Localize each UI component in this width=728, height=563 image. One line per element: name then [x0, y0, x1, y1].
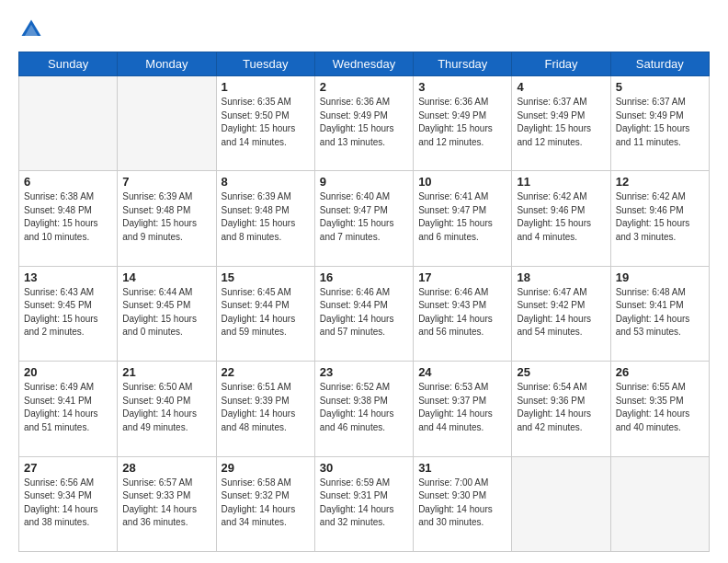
logo — [18, 17, 48, 42]
day-number: 8 — [222, 175, 310, 189]
calendar-day-header: Friday — [512, 52, 610, 76]
calendar-cell — [512, 456, 610, 551]
calendar-cell: 21Sunrise: 6:50 AMSunset: 9:40 PMDayligh… — [118, 362, 216, 456]
day-number: 17 — [418, 270, 506, 284]
day-number: 13 — [24, 270, 112, 284]
calendar-cell: 18Sunrise: 6:47 AMSunset: 9:42 PMDayligh… — [512, 266, 610, 361]
calendar-cell: 13Sunrise: 6:43 AMSunset: 9:45 PMDayligh… — [19, 266, 118, 361]
calendar-cell: 29Sunrise: 6:58 AMSunset: 9:32 PMDayligh… — [216, 456, 314, 551]
calendar-cell: 16Sunrise: 6:46 AMSunset: 9:44 PMDayligh… — [314, 266, 413, 361]
day-detail: Sunrise: 6:51 AMSunset: 9:39 PMDaylight:… — [222, 381, 310, 434]
calendar-cell: 24Sunrise: 6:53 AMSunset: 9:37 PMDayligh… — [414, 362, 512, 456]
day-number: 25 — [517, 365, 605, 379]
calendar-cell: 25Sunrise: 6:54 AMSunset: 9:36 PMDayligh… — [512, 362, 610, 456]
day-detail: Sunrise: 6:48 AMSunset: 9:41 PMDaylight:… — [616, 286, 704, 339]
day-detail: Sunrise: 6:36 AMSunset: 9:49 PMDaylight:… — [320, 96, 408, 149]
day-detail: Sunrise: 6:36 AMSunset: 9:49 PMDaylight:… — [418, 96, 506, 149]
day-number: 28 — [122, 461, 210, 475]
day-detail: Sunrise: 6:41 AMSunset: 9:47 PMDaylight:… — [418, 190, 506, 244]
day-detail: Sunrise: 6:40 AMSunset: 9:47 PMDaylight:… — [320, 190, 408, 244]
logo-icon — [18, 17, 44, 42]
calendar-cell: 22Sunrise: 6:51 AMSunset: 9:39 PMDayligh… — [216, 362, 314, 456]
day-number: 11 — [517, 175, 605, 189]
day-number: 2 — [320, 80, 408, 94]
day-number: 12 — [616, 175, 704, 189]
day-number: 22 — [222, 365, 310, 379]
day-number: 5 — [616, 80, 704, 94]
calendar-table: SundayMondayTuesdayWednesdayThursdayFrid… — [18, 52, 710, 552]
calendar-cell: 23Sunrise: 6:52 AMSunset: 9:38 PMDayligh… — [314, 362, 413, 456]
day-number: 24 — [418, 365, 506, 379]
day-detail: Sunrise: 6:58 AMSunset: 9:32 PMDaylight:… — [222, 477, 310, 530]
day-number: 20 — [24, 365, 112, 379]
day-detail: Sunrise: 6:55 AMSunset: 9:35 PMDaylight:… — [616, 381, 704, 434]
day-detail: Sunrise: 7:00 AMSunset: 9:30 PMDaylight:… — [418, 477, 506, 530]
day-number: 19 — [616, 270, 704, 284]
calendar-cell: 2Sunrise: 6:36 AMSunset: 9:49 PMDaylight… — [314, 76, 413, 171]
day-detail: Sunrise: 6:39 AMSunset: 9:48 PMDaylight:… — [222, 190, 310, 244]
day-detail: Sunrise: 6:50 AMSunset: 9:40 PMDaylight:… — [122, 381, 210, 434]
calendar-cell: 31Sunrise: 7:00 AMSunset: 9:30 PMDayligh… — [414, 456, 512, 551]
day-number: 9 — [320, 175, 408, 189]
calendar-cell: 8Sunrise: 6:39 AMSunset: 9:48 PMDaylight… — [216, 171, 314, 266]
day-number: 15 — [222, 270, 310, 284]
calendar-cell: 28Sunrise: 6:57 AMSunset: 9:33 PMDayligh… — [118, 456, 216, 551]
day-detail: Sunrise: 6:59 AMSunset: 9:31 PMDaylight:… — [320, 477, 408, 530]
day-number: 7 — [122, 175, 210, 189]
calendar-cell: 1Sunrise: 6:35 AMSunset: 9:50 PMDaylight… — [216, 76, 314, 171]
calendar-day-header: Monday — [118, 52, 216, 76]
day-detail: Sunrise: 6:46 AMSunset: 9:43 PMDaylight:… — [418, 286, 506, 339]
day-number: 23 — [320, 365, 408, 379]
day-detail: Sunrise: 6:56 AMSunset: 9:34 PMDaylight:… — [24, 477, 112, 530]
day-number: 27 — [24, 461, 112, 475]
day-detail: Sunrise: 6:35 AMSunset: 9:50 PMDaylight:… — [222, 96, 310, 149]
day-detail: Sunrise: 6:53 AMSunset: 9:37 PMDaylight:… — [418, 381, 506, 434]
calendar-cell: 9Sunrise: 6:40 AMSunset: 9:47 PMDaylight… — [314, 171, 413, 266]
calendar-cell: 30Sunrise: 6:59 AMSunset: 9:31 PMDayligh… — [314, 456, 413, 551]
day-number: 14 — [122, 270, 210, 284]
calendar-week-row: 13Sunrise: 6:43 AMSunset: 9:45 PMDayligh… — [19, 266, 710, 361]
calendar-cell: 19Sunrise: 6:48 AMSunset: 9:41 PMDayligh… — [610, 266, 709, 361]
day-detail: Sunrise: 6:52 AMSunset: 9:38 PMDaylight:… — [320, 381, 408, 434]
calendar-cell: 12Sunrise: 6:42 AMSunset: 9:46 PMDayligh… — [610, 171, 709, 266]
day-number: 29 — [222, 461, 310, 475]
calendar-cell: 10Sunrise: 6:41 AMSunset: 9:47 PMDayligh… — [414, 171, 512, 266]
calendar-cell: 20Sunrise: 6:49 AMSunset: 9:41 PMDayligh… — [19, 362, 118, 456]
calendar-cell: 27Sunrise: 6:56 AMSunset: 9:34 PMDayligh… — [19, 456, 118, 551]
day-number: 18 — [517, 270, 605, 284]
day-number: 30 — [320, 461, 408, 475]
calendar-cell: 14Sunrise: 6:44 AMSunset: 9:45 PMDayligh… — [118, 266, 216, 361]
day-number: 3 — [418, 80, 506, 94]
day-detail: Sunrise: 6:54 AMSunset: 9:36 PMDaylight:… — [517, 381, 605, 434]
day-number: 10 — [418, 175, 506, 189]
calendar-cell: 5Sunrise: 6:37 AMSunset: 9:49 PMDaylight… — [610, 76, 709, 171]
calendar-header-row: SundayMondayTuesdayWednesdayThursdayFrid… — [19, 52, 710, 76]
day-detail: Sunrise: 6:47 AMSunset: 9:42 PMDaylight:… — [517, 286, 605, 339]
day-number: 16 — [320, 270, 408, 284]
day-number: 26 — [616, 365, 704, 379]
day-detail: Sunrise: 6:37 AMSunset: 9:49 PMDaylight:… — [616, 96, 704, 149]
calendar-day-header: Tuesday — [216, 52, 314, 76]
day-number: 1 — [222, 80, 310, 94]
calendar-cell: 26Sunrise: 6:55 AMSunset: 9:35 PMDayligh… — [610, 362, 709, 456]
calendar-cell: 3Sunrise: 6:36 AMSunset: 9:49 PMDaylight… — [414, 76, 512, 171]
day-number: 31 — [418, 461, 506, 475]
day-detail: Sunrise: 6:42 AMSunset: 9:46 PMDaylight:… — [616, 190, 704, 244]
header — [18, 17, 710, 42]
calendar-cell: 17Sunrise: 6:46 AMSunset: 9:43 PMDayligh… — [414, 266, 512, 361]
calendar-cell — [118, 76, 216, 171]
calendar-cell: 6Sunrise: 6:38 AMSunset: 9:48 PMDaylight… — [19, 171, 118, 266]
day-number: 21 — [122, 365, 210, 379]
calendar-week-row: 1Sunrise: 6:35 AMSunset: 9:50 PMDaylight… — [19, 76, 710, 171]
calendar-day-header: Wednesday — [314, 52, 413, 76]
day-detail: Sunrise: 6:39 AMSunset: 9:48 PMDaylight:… — [122, 190, 210, 244]
day-detail: Sunrise: 6:46 AMSunset: 9:44 PMDaylight:… — [320, 286, 408, 339]
calendar-week-row: 20Sunrise: 6:49 AMSunset: 9:41 PMDayligh… — [19, 362, 710, 456]
day-detail: Sunrise: 6:43 AMSunset: 9:45 PMDaylight:… — [24, 286, 112, 339]
day-detail: Sunrise: 6:38 AMSunset: 9:48 PMDaylight:… — [24, 190, 112, 244]
day-detail: Sunrise: 6:57 AMSunset: 9:33 PMDaylight:… — [122, 477, 210, 530]
calendar-day-header: Thursday — [414, 52, 512, 76]
calendar-cell: 7Sunrise: 6:39 AMSunset: 9:48 PMDaylight… — [118, 171, 216, 266]
calendar-cell — [610, 456, 709, 551]
day-detail: Sunrise: 6:49 AMSunset: 9:41 PMDaylight:… — [24, 381, 112, 434]
